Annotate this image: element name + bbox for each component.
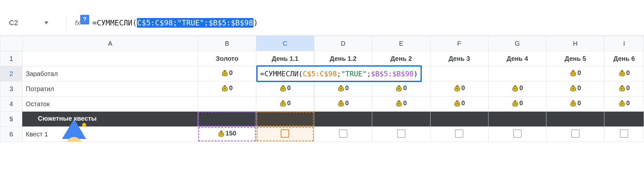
cell-d4[interactable]: 0: [314, 97, 372, 112]
col-header-c[interactable]: C: [256, 36, 314, 51]
checkbox[interactable]: [339, 129, 347, 138]
gold-bag-icon: [570, 99, 577, 107]
cell-h6[interactable]: [546, 127, 604, 142]
row-header-6[interactable]: 6: [0, 127, 23, 142]
cf-arg1: C$5:C$98: [303, 70, 337, 78]
cell-i2[interactable]: 0: [604, 66, 644, 81]
col-header-d[interactable]: D: [314, 36, 372, 51]
cell-f4[interactable]: 0: [430, 97, 488, 112]
cell-g1[interactable]: День 4: [488, 51, 546, 66]
cell-f3[interactable]: 0: [430, 81, 488, 97]
cell-a5[interactable]: Сюжетные квесты: [23, 112, 198, 127]
cell-e6[interactable]: [372, 127, 430, 142]
gold-bag-icon: [619, 69, 626, 77]
col-header-i[interactable]: I: [604, 36, 644, 51]
cell-h4[interactable]: 0: [546, 97, 604, 112]
cell-i5[interactable]: [604, 112, 644, 127]
cell-f2[interactable]: [430, 66, 488, 81]
checkbox[interactable]: [620, 129, 628, 138]
cell-g5[interactable]: [488, 112, 546, 127]
row-header-3[interactable]: 3: [0, 81, 23, 97]
cell-h2[interactable]: 0: [546, 66, 604, 81]
cell-d6[interactable]: [314, 127, 372, 142]
cell-f5[interactable]: [430, 112, 488, 127]
cell-c5[interactable]: [256, 112, 314, 127]
cell-f1[interactable]: День 3: [430, 51, 488, 66]
cell-c3[interactable]: 0: [256, 81, 314, 97]
gold-bag-icon: [337, 99, 345, 107]
col-header-h[interactable]: H: [546, 36, 604, 51]
cell-b1[interactable]: Золото: [198, 51, 256, 66]
col-header-e[interactable]: E: [372, 36, 430, 51]
col-header-g[interactable]: G: [488, 36, 546, 51]
cell-g2[interactable]: [488, 66, 546, 81]
cell-b5[interactable]: [198, 112, 256, 127]
formula-sep2: ;: [204, 19, 209, 27]
gold-bag-icon: [221, 69, 228, 77]
cell-i4[interactable]: 0: [604, 97, 644, 112]
cell-d5[interactable]: [314, 112, 372, 127]
row-header-4[interactable]: 4: [0, 97, 23, 112]
cell-g4[interactable]: 0: [488, 97, 546, 112]
cell-ref-dropdown-icon[interactable]: [44, 22, 48, 24]
row-header-5[interactable]: 5: [0, 112, 23, 127]
cell-g3[interactable]: 0: [488, 81, 546, 97]
checkbox[interactable]: [397, 129, 405, 138]
cell-d3[interactable]: 0: [314, 81, 372, 97]
formula-input[interactable]: = СУММЕСЛИ ( C$5:C$98;"TRUE";$B$5:$B$98 …: [92, 18, 258, 28]
cell-c4[interactable]: 0: [256, 97, 314, 112]
cell-e4[interactable]: 0: [372, 97, 430, 112]
cell-c2-formula-editor[interactable]: =СУММЕСЛИ(C$5:C$98;"TRUE";$B$5:$B$98): [256, 65, 422, 82]
col-header-a[interactable]: A: [23, 36, 198, 51]
cell-h5[interactable]: [546, 112, 604, 127]
wizard-icon: [26, 115, 34, 123]
cell-i1[interactable]: День 6: [604, 51, 644, 66]
cell-b2[interactable]: 0: [198, 66, 256, 81]
col-header-b[interactable]: B: [198, 36, 256, 51]
range-highlight-purple: [198, 112, 255, 126]
cell-i4-value: 0: [626, 99, 630, 107]
cell-a1[interactable]: [23, 51, 198, 66]
cell-e1[interactable]: День 2: [372, 51, 430, 66]
cell-a3[interactable]: Потратил: [23, 81, 198, 97]
formula-sep1: ;: [173, 19, 177, 27]
checkbox[interactable]: [455, 129, 463, 138]
gold-bag-icon: [395, 99, 402, 107]
cell-b3[interactable]: 0: [198, 81, 256, 97]
fx-icon: fx: [75, 19, 80, 27]
cell-e3[interactable]: 0: [372, 81, 430, 97]
cell-b6[interactable]: 150: [198, 127, 256, 142]
cell-a4[interactable]: Остаток: [23, 97, 198, 112]
checkbox[interactable]: [571, 129, 580, 138]
cell-c6[interactable]: [256, 127, 314, 142]
cf-arg3: $B$5:$B$98: [371, 70, 413, 78]
cell-f6[interactable]: [430, 127, 488, 142]
gold-bag-icon: [454, 99, 461, 107]
cell-d1[interactable]: День 1.2: [314, 51, 372, 66]
spreadsheet-grid[interactable]: A B C D E F G H I 1 Золото День 1.1 День…: [0, 36, 644, 142]
checkbox[interactable]: [281, 129, 289, 138]
cell-g6[interactable]: [488, 127, 546, 142]
gold-bag-icon: [221, 84, 228, 92]
cell-a6[interactable]: Квест 1: [23, 127, 198, 142]
cell-reference[interactable]: C2: [6, 17, 42, 28]
cell-c2[interactable]: =СУММЕСЛИ(C$5:C$98;"TRUE";$B$5:$B$98): [256, 66, 314, 81]
row-header-1[interactable]: 1: [0, 51, 23, 66]
formula-help-icon[interactable]: ?: [80, 15, 89, 24]
cf-open: (: [298, 70, 303, 78]
cell-e5[interactable]: [372, 112, 430, 127]
col-header-f[interactable]: F: [430, 36, 488, 51]
cell-h3[interactable]: 0: [546, 81, 604, 97]
cf-eq: =: [260, 70, 264, 78]
cell-i3[interactable]: 0: [604, 81, 644, 97]
cell-a2[interactable]: Заработал: [23, 66, 198, 81]
cell-c1[interactable]: День 1.1: [256, 51, 314, 66]
cell-i6[interactable]: [604, 127, 644, 142]
gold-bag-icon: [395, 84, 402, 92]
cell-h1[interactable]: День 5: [546, 51, 604, 66]
gold-bag-icon: [279, 99, 287, 107]
cell-b4[interactable]: [198, 97, 256, 112]
checkbox[interactable]: [513, 129, 522, 138]
corner-cell[interactable]: [0, 36, 23, 51]
row-header-2[interactable]: 2: [0, 66, 23, 81]
